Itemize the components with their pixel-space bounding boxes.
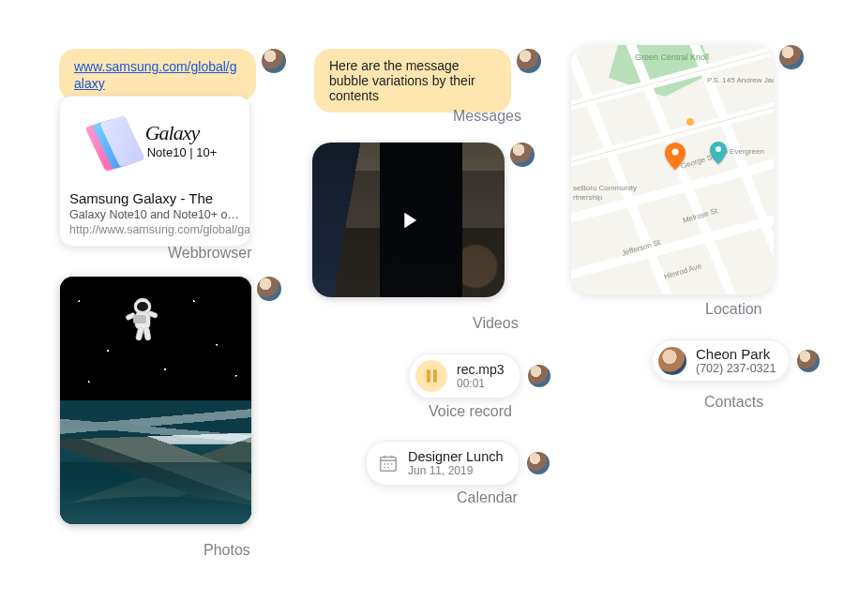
note10-logo-line2: Note10 | 10+ [147, 145, 218, 159]
web-preview-card[interactable]: Galaxy Note10 | 10+ Samsung Galaxy - The… [59, 96, 250, 247]
calendar-card[interactable]: Designer Lunch Jun 11, 2019 [366, 441, 520, 486]
contact-message: Cheon Park (702) 237-0321 [652, 339, 820, 382]
voice-filename: rec.mp3 [457, 362, 505, 377]
svg-rect-28 [133, 315, 146, 323]
photo-lake [60, 400, 251, 524]
map-dot [686, 118, 694, 126]
web-preview-title: Samsung Galaxy - The [69, 190, 240, 206]
avatar[interactable] [528, 365, 550, 387]
avatar[interactable] [257, 277, 281, 301]
weblink-anchor[interactable]: www.samsung.com/global/galaxy [74, 59, 237, 91]
svg-point-7 [384, 467, 385, 469]
avatar[interactable] [517, 49, 541, 73]
svg-point-20 [716, 146, 721, 152]
map-street-himrod: Himrod Ave [663, 262, 703, 281]
play-icon [396, 207, 422, 233]
weblink-bubble: www.samsung.com/global/galaxy [59, 49, 286, 101]
map-card[interactable]: Green Central Knoll P.S. 145 Andrew Jack… [571, 45, 774, 294]
web-preview-thumbnail: Galaxy Note10 | 10+ [60, 97, 249, 183]
web-preview-url: http://www.samsung.com/global/galaxy [69, 223, 240, 236]
section-label-location: Location [705, 301, 762, 318]
contact-avatar [658, 347, 686, 375]
avatar[interactable] [527, 452, 550, 474]
text-message-content: Here are the message bubble variations b… [314, 49, 511, 113]
avatar[interactable] [262, 49, 286, 73]
photos-message [60, 277, 281, 524]
calendar-icon [378, 453, 399, 473]
section-label-voice: Voice record [429, 403, 512, 420]
location-message: Green Central Knoll P.S. 145 Andrew Jack… [571, 45, 804, 294]
avatar[interactable] [797, 350, 820, 372]
note10-phones-graphic [82, 108, 147, 172]
note10-logo-line1: Galaxy [145, 121, 218, 145]
astronaut-graphic [116, 293, 163, 350]
photo-stack[interactable] [60, 277, 251, 524]
web-preview-desc: Galaxy Note10 and Note10+ offer next-lev… [69, 208, 240, 221]
section-label-contacts: Contacts [704, 394, 763, 411]
map-community-label2: rtnership [573, 193, 603, 202]
svg-rect-26 [143, 327, 151, 341]
section-label-webbrowser: Webbrowser [168, 245, 252, 262]
contact-name: Cheon Park [696, 346, 776, 362]
avatar[interactable] [779, 45, 804, 69]
svg-point-27 [137, 302, 148, 311]
map-graphic: Green Central Knoll P.S. 145 Andrew Jack… [571, 45, 774, 294]
photo-astronaut [60, 277, 251, 400]
section-label-photos: Photos [203, 542, 250, 559]
section-label-calendar: Calendar [457, 489, 518, 506]
svg-point-5 [387, 463, 389, 465]
section-label-videos: Videos [473, 315, 519, 332]
calendar-message: Designer Lunch Jun 11, 2019 [366, 441, 550, 486]
contact-phone: (702) 237-0321 [696, 362, 776, 375]
avatar[interactable] [510, 143, 535, 167]
svg-point-4 [384, 463, 385, 465]
pause-icon[interactable] [415, 360, 447, 392]
section-label-messages: Messages [453, 108, 521, 125]
map-park-label: Green Central Knoll [635, 53, 709, 62]
calendar-title: Designer Lunch [408, 449, 504, 464]
note10-logo: Galaxy Note10 | 10+ [145, 121, 218, 159]
voice-duration: 00:01 [457, 377, 505, 390]
text-message-bubble: Here are the message bubble variations b… [314, 49, 541, 113]
map-community-label1: seBoro Community [573, 184, 637, 192]
svg-point-8 [387, 467, 389, 469]
contact-card[interactable]: Cheon Park (702) 237-0321 [652, 339, 790, 382]
voice-message: rec.mp3 00:01 [409, 353, 550, 398]
voice-card[interactable]: rec.mp3 00:01 [409, 353, 520, 398]
svg-point-6 [391, 463, 393, 465]
video-thumbnail[interactable] [312, 143, 505, 297]
svg-point-19 [672, 149, 679, 156]
video-message [312, 143, 535, 297]
play-button[interactable] [388, 200, 430, 241]
svg-rect-25 [135, 326, 143, 340]
calendar-date: Jun 11, 2019 [408, 464, 504, 477]
message-variations-canvas: { "sections": { "webbrowser": "Webbrowse… [0, 0, 844, 616]
map-school-label: P.S. 145 Andrew Jack [707, 76, 774, 84]
weblink-pill[interactable]: www.samsung.com/global/galaxy [59, 49, 256, 101]
